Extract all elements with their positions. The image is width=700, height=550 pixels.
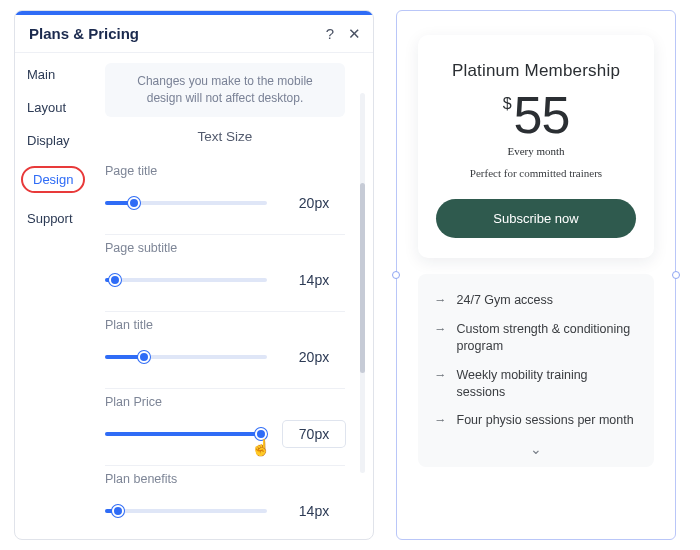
slider-knob[interactable] (112, 505, 124, 517)
price-amount: 55 (514, 89, 570, 141)
plan-card: Platinum Membership $ 55 Every month Per… (418, 35, 654, 258)
mobile-notice: Changes you make to the mobile design wi… (105, 63, 345, 117)
tab-layout[interactable]: Layout (27, 100, 93, 115)
panel-tabs: MainLayoutDisplayDesignSupport (15, 53, 93, 539)
arrow-right-icon: → (434, 412, 447, 429)
plan-price: $ 55 (436, 89, 636, 141)
slider-value[interactable]: 14px (283, 267, 345, 293)
benefit-text: Four physio sessions per month (457, 412, 634, 429)
arrow-right-icon: → (434, 321, 447, 355)
tab-support[interactable]: Support (27, 211, 93, 226)
slider-label: Plan benefits (105, 472, 345, 486)
chevron-down-icon: ⌄ (530, 441, 542, 457)
slider-track[interactable]: ☝ (105, 432, 267, 436)
settings-panel: Plans & Pricing ? ✕ MainLayoutDisplayDes… (14, 10, 374, 540)
currency-symbol: $ (503, 95, 512, 113)
tab-design[interactable]: Design (21, 166, 85, 193)
benefit-text: Weekly mobility training sessions (457, 367, 639, 401)
cursor-hand-icon: ☝ (251, 438, 271, 457)
slider-label: Page title (105, 164, 345, 178)
price-period: Every month (436, 145, 636, 157)
selection-handle-left[interactable] (392, 271, 400, 279)
slider-row: Plan benefits14px (105, 466, 345, 539)
slider-track[interactable] (105, 201, 267, 205)
slider-knob[interactable] (255, 428, 267, 440)
help-icon[interactable]: ? (326, 26, 334, 41)
slider-row: Page subtitle14px (105, 235, 345, 312)
section-heading: Text Size (105, 129, 345, 144)
panel-title: Plans & Pricing (29, 25, 139, 42)
plan-title: Platinum Membership (436, 61, 636, 81)
benefit-item: →24/7 Gym access (434, 292, 638, 309)
slider-knob[interactable] (109, 274, 121, 286)
slider-label: Plan Price (105, 395, 345, 409)
slider-knob[interactable] (128, 197, 140, 209)
scrollbar-track[interactable] (360, 93, 365, 473)
slider-value[interactable]: 20px (283, 344, 345, 370)
slider-track[interactable] (105, 509, 267, 513)
subscribe-button[interactable]: Subscribe now (436, 199, 636, 238)
benefit-item: →Weekly mobility training sessions (434, 367, 638, 401)
plan-subtitle: Perfect for committed trainers (436, 167, 636, 179)
slider-value[interactable]: 20px (283, 190, 345, 216)
benefit-text: Custom strength & conditioning program (457, 321, 639, 355)
slider-fill (105, 432, 261, 436)
expand-benefits-button[interactable]: ⌄ (434, 441, 638, 457)
slider-track[interactable] (105, 278, 267, 282)
slider-track[interactable] (105, 355, 267, 359)
arrow-right-icon: → (434, 367, 447, 401)
slider-label: Plan title (105, 318, 345, 332)
benefit-item: →Custom strength & conditioning program (434, 321, 638, 355)
mobile-preview-frame[interactable]: Platinum Membership $ 55 Every month Per… (396, 10, 676, 540)
arrow-right-icon: → (434, 292, 447, 309)
slider-value[interactable]: 14px (283, 498, 345, 524)
slider-value[interactable]: 70px (283, 421, 345, 447)
benefit-item: →Four physio sessions per month (434, 412, 638, 429)
benefits-card: →24/7 Gym access→Custom strength & condi… (418, 274, 654, 467)
benefit-text: 24/7 Gym access (457, 292, 554, 309)
slider-row: Plan title20px (105, 312, 345, 389)
panel-content: Changes you make to the mobile design wi… (93, 53, 373, 539)
slider-label: Page subtitle (105, 241, 345, 255)
slider-row: Page title20px (105, 158, 345, 235)
tab-display[interactable]: Display (27, 133, 93, 148)
panel-header: Plans & Pricing ? ✕ (15, 15, 373, 53)
selection-handle-right[interactable] (672, 271, 680, 279)
scrollbar-thumb[interactable] (360, 183, 365, 373)
close-icon[interactable]: ✕ (348, 26, 361, 41)
slider-row: Plan Price☝70px (105, 389, 345, 466)
tab-main[interactable]: Main (27, 67, 93, 82)
slider-knob[interactable] (138, 351, 150, 363)
